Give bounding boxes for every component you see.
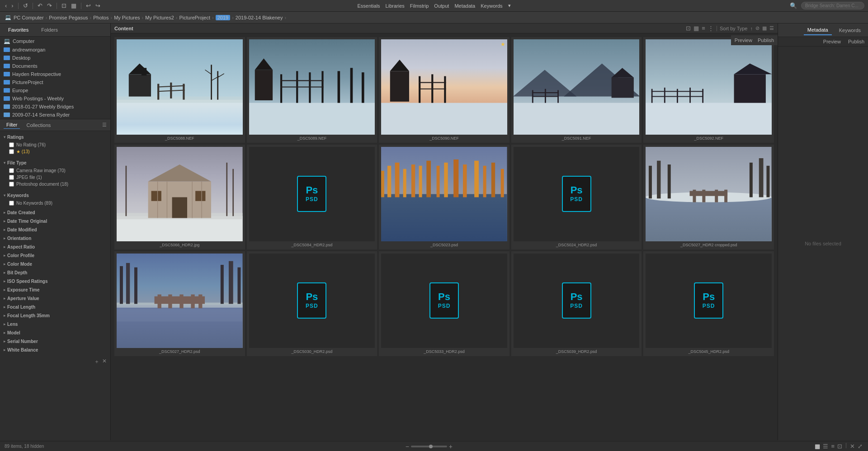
ws-keywords[interactable]: Keywords [481,3,502,9]
filter-icon-btn[interactable]: ⊘ [755,25,760,31]
ws-filmstrip[interactable]: Filmstrip [410,3,429,9]
preview-label[interactable]: Preview [823,39,841,44]
thumb-dsc5039[interactable]: Ps PSD _DSC5039_HDR2.psd [511,251,642,356]
iso-title[interactable]: ▸ ISO Speed Ratings [0,277,110,286]
thumb-dsc5090[interactable]: ★ _DSC5090.NEF [379,37,509,143]
bc-pictproj[interactable]: PictureProject [179,15,210,20]
zoom-out-btn[interactable]: − [406,443,409,450]
details-view-btn-status[interactable]: ☰ [822,443,829,450]
thumb-dsc5027[interactable]: _DSC5027_HDR2.psd [114,251,245,356]
rating-no-rating-cb[interactable] [9,142,14,147]
ws-more[interactable]: ▾ [508,3,511,9]
back-btn[interactable]: ‹ [4,2,8,9]
bc-photos[interactable]: Photos [93,15,108,20]
metadata-tab[interactable]: Metadata [804,25,832,35]
filetype-title[interactable]: ▾ File Type [0,159,110,167]
publish-btn[interactable]: Publish [758,38,774,43]
thumb-dsc5027crop[interactable]: _DSC5027_HDR2 cropped.psd [643,145,774,249]
fav-pictureproject[interactable]: PictureProject [0,78,110,86]
keywords-none-cb[interactable] [9,201,14,206]
ws-libraries[interactable]: Libraries [386,3,405,9]
color-profile-title[interactable]: ▸ Color Profile [0,251,110,260]
undo-btn[interactable]: ↩ [85,2,92,9]
thumb-dsc5089[interactable]: _DSC5089.NEF [247,37,377,143]
favorites-tab[interactable]: Favorites [4,25,33,34]
filetype-psd[interactable]: Photoshop document (18) [0,181,110,188]
bc-pc[interactable]: PC Computer [14,15,44,20]
fav-europe[interactable]: Europe [0,86,110,94]
rating-star-cb[interactable] [9,149,14,154]
preview-btn[interactable]: Preview [735,38,752,43]
forward-btn[interactable]: › [10,2,14,9]
list-view-btn-status[interactable]: ≡ [830,443,835,450]
thumb-dsc5023[interactable]: _DSC5023.psd [379,145,509,249]
view-icon-1[interactable]: ⊡ [686,25,691,32]
publish-label[interactable]: Publish [848,39,864,44]
collections-tab[interactable]: Collections [24,122,53,129]
thumb-dsc5092[interactable]: _DSC5092.NEF [643,37,774,143]
thumb-dsc5091[interactable]: _DSC5091.NEF [511,37,642,143]
close-panel-btn[interactable]: ✕ [849,443,856,450]
keywords-none[interactable]: No Keywords (89) [0,200,110,207]
remove-filter-icon[interactable]: ✕ [102,358,107,366]
keywords-tab[interactable]: Keywords [835,26,864,35]
date-created-title[interactable]: ▸ Date Created [0,208,110,217]
ws-metadata[interactable]: Metadata [454,3,475,9]
thumb-dsc5045[interactable]: Ps PSD _DSC5045_HDR2.psd [643,251,774,356]
keywords-title[interactable]: ▾ Keywords [0,191,110,200]
rating-star[interactable]: ★ (13) [0,148,110,155]
open-btn[interactable]: ▦ [70,2,78,9]
sort-type-btn[interactable]: Sort by Type [720,26,748,31]
filetype-psd-cb[interactable] [9,182,14,187]
rating-no-rating[interactable]: No Rating (76) [0,141,110,148]
folders-tab[interactable]: Folders [37,25,62,34]
thumb-dsc5066[interactable]: _DSC5066_HDR2.jpg [114,145,245,249]
filetype-jpeg-cb[interactable] [9,175,14,180]
aspect-title[interactable]: ▸ Aspect Ratio [0,243,110,251]
orientation-title[interactable]: ▸ Orientation [0,234,110,243]
filter-tab[interactable]: Filter [4,121,20,129]
view-icon-3[interactable]: ≡ [702,25,705,32]
open-in-cam-btn[interactable]: ⊡ [60,2,68,9]
bc-blakeney[interactable]: 2019-02-14 Blakeney [236,15,283,20]
fav-hayden[interactable]: Hayden Retrospective [0,70,110,78]
sort-asc-btn[interactable]: ↑ [750,26,753,31]
ws-essentials[interactable]: Essentials [357,3,380,9]
filetype-raw[interactable]: Camera Raw image (70) [0,167,110,174]
grid-view-btn-status[interactable]: ▦ [814,443,821,450]
thumb-dsc5024[interactable]: Ps PSD _DSC5024_HDR2.psd [511,145,642,249]
rotate-right-btn[interactable]: ↷ [46,2,53,9]
view-icon-4[interactable]: ⋮ [708,25,714,32]
list-view-btn[interactable]: ☰ [769,25,774,31]
serial-title[interactable]: ▸ Serial Number [0,337,110,346]
exposure-title[interactable]: ▸ Exposure Time [0,286,110,294]
nav-buttons[interactable]: ‹ › ↺ ↶ ↷ ⊡ ▦ ↩ ↪ [4,2,102,9]
bc-mypic2[interactable]: My Pictures2 [145,15,174,20]
bc-mypic[interactable]: My Pictures [114,15,140,20]
datetime-orig-title[interactable]: ▸ Date Time Original [0,217,110,226]
redo-btn[interactable]: ↪ [94,2,102,9]
expand-panel-btn[interactable]: ⤢ [857,443,863,450]
focal-35-title[interactable]: ▸ Focal Length 35mm [0,311,110,320]
thumb-dsc5030[interactable]: Ps PSD _DSC5030_HDR2.psd [247,251,377,356]
bc-promise[interactable]: Promise Pegasus [49,15,88,20]
filetype-raw-cb[interactable] [9,168,14,173]
filter-menu-btn[interactable]: ☰ [102,122,107,128]
bc-2019[interactable]: 2019 [216,15,230,20]
bit-depth-title[interactable]: ▸ Bit Depth [0,268,110,277]
thumb-dsc5084[interactable]: Ps PSD _DSC5084_HDR2.psd [247,145,377,249]
date-modified-title[interactable]: ▸ Date Modified [0,226,110,234]
fav-andrewmorgan[interactable]: andrewmorgan [0,46,110,54]
fav-serana[interactable]: 2009-07-14 Serena Ryder [0,111,110,119]
history-btn[interactable]: ↺ [22,2,29,9]
focal-length-title[interactable]: ▸ Focal Length [0,303,110,311]
ws-output[interactable]: Output [434,3,449,9]
model-title[interactable]: ▸ Model [0,329,110,337]
color-mode-title[interactable]: ▸ Color Mode [0,260,110,268]
lens-title[interactable]: ▸ Lens [0,320,110,329]
zoom-slider[interactable] [411,446,447,447]
grid-view-btn[interactable]: ▦ [762,25,767,31]
ratings-title[interactable]: ▾ Ratings [0,133,110,141]
thumb-dsc5033[interactable]: Ps PSD _DSC5033_HDR2.psd [379,251,509,356]
view-icon-2[interactable]: ▦ [693,25,699,32]
